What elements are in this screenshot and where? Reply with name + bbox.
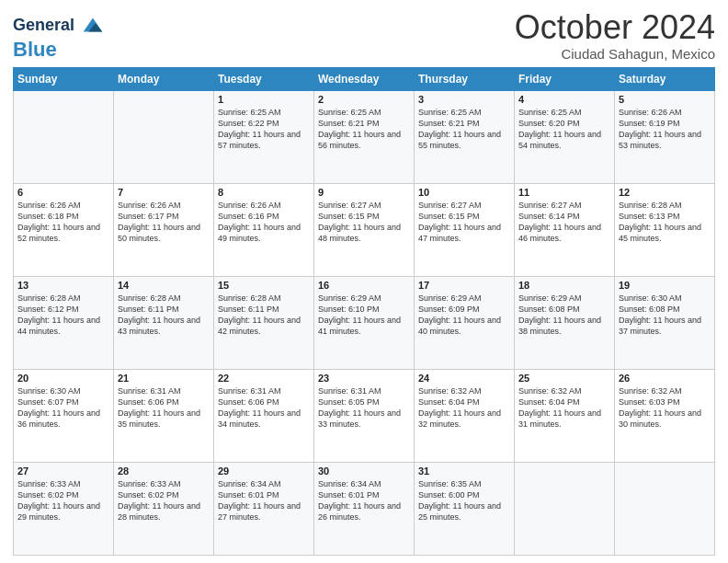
calendar-cell: 23Sunrise: 6:31 AMSunset: 6:05 PMDayligh… xyxy=(314,369,415,462)
calendar-cell: 30Sunrise: 6:34 AMSunset: 6:01 PMDayligh… xyxy=(314,462,415,555)
day-detail: Sunrise: 6:34 AMSunset: 6:01 PMDaylight:… xyxy=(218,478,310,523)
calendar-cell: 14Sunrise: 6:28 AMSunset: 6:11 PMDayligh… xyxy=(114,276,214,369)
calendar-cell: 17Sunrise: 6:29 AMSunset: 6:09 PMDayligh… xyxy=(415,276,515,369)
day-number: 21 xyxy=(118,373,210,384)
calendar-cell: 19Sunrise: 6:30 AMSunset: 6:08 PMDayligh… xyxy=(615,276,715,369)
calendar-cell: 12Sunrise: 6:28 AMSunset: 6:13 PMDayligh… xyxy=(615,183,715,276)
day-detail: Sunrise: 6:32 AMSunset: 6:03 PMDaylight:… xyxy=(619,385,711,431)
calendar-cell: 27Sunrise: 6:33 AMSunset: 6:02 PMDayligh… xyxy=(14,462,114,555)
calendar-header: SundayMondayTuesdayWednesdayThursdayFrid… xyxy=(14,67,715,90)
calendar-cell: 29Sunrise: 6:34 AMSunset: 6:01 PMDayligh… xyxy=(214,462,314,555)
day-detail: Sunrise: 6:28 AMSunset: 6:13 PMDaylight:… xyxy=(619,200,711,245)
calendar-cell: 6Sunrise: 6:26 AMSunset: 6:18 PMDaylight… xyxy=(14,183,114,276)
calendar-cell: 22Sunrise: 6:31 AMSunset: 6:06 PMDayligh… xyxy=(214,369,314,462)
day-detail: Sunrise: 6:31 AMSunset: 6:05 PMDaylight:… xyxy=(318,385,410,431)
day-detail: Sunrise: 6:27 AMSunset: 6:14 PMDaylight:… xyxy=(518,200,610,245)
logo-text-general: General xyxy=(13,17,74,35)
calendar-cell: 18Sunrise: 6:29 AMSunset: 6:08 PMDayligh… xyxy=(515,276,615,369)
calendar-week-4: 20Sunrise: 6:30 AMSunset: 6:07 PMDayligh… xyxy=(14,369,715,462)
weekday-header-saturday: Saturday xyxy=(615,67,715,90)
day-detail: Sunrise: 6:29 AMSunset: 6:10 PMDaylight:… xyxy=(318,293,410,338)
calendar-week-2: 6Sunrise: 6:26 AMSunset: 6:18 PMDaylight… xyxy=(14,183,715,276)
logo-text-blue: Blue xyxy=(13,38,57,61)
calendar-week-1: 1Sunrise: 6:25 AMSunset: 6:22 PMDaylight… xyxy=(14,90,715,183)
day-detail: Sunrise: 6:27 AMSunset: 6:15 PMDaylight:… xyxy=(418,200,510,245)
calendar-cell: 16Sunrise: 6:29 AMSunset: 6:10 PMDayligh… xyxy=(314,276,415,369)
main-container: General Blue October 2024 Ciudad Sahagun… xyxy=(0,0,728,563)
day-number: 6 xyxy=(17,187,109,198)
day-number: 9 xyxy=(318,187,410,198)
logo-icon xyxy=(80,13,106,39)
calendar-cell: 8Sunrise: 6:26 AMSunset: 6:16 PMDaylight… xyxy=(214,183,314,276)
calendar-cell: 25Sunrise: 6:32 AMSunset: 6:04 PMDayligh… xyxy=(515,369,615,462)
calendar-cell: 26Sunrise: 6:32 AMSunset: 6:03 PMDayligh… xyxy=(615,369,715,462)
day-number: 19 xyxy=(619,280,711,291)
day-number: 25 xyxy=(518,373,610,384)
month-title: October 2024 xyxy=(515,9,715,46)
day-detail: Sunrise: 6:31 AMSunset: 6:06 PMDaylight:… xyxy=(118,385,210,431)
day-number: 27 xyxy=(17,465,109,477)
day-number: 5 xyxy=(619,94,711,105)
day-number: 30 xyxy=(318,465,410,477)
day-detail: Sunrise: 6:26 AMSunset: 6:16 PMDaylight:… xyxy=(218,200,310,245)
day-detail: Sunrise: 6:31 AMSunset: 6:06 PMDaylight:… xyxy=(218,385,310,431)
day-number: 31 xyxy=(418,465,510,477)
calendar-cell: 10Sunrise: 6:27 AMSunset: 6:15 PMDayligh… xyxy=(415,183,515,276)
day-number: 29 xyxy=(218,465,310,477)
calendar-week-3: 13Sunrise: 6:28 AMSunset: 6:12 PMDayligh… xyxy=(14,276,715,369)
day-detail: Sunrise: 6:25 AMSunset: 6:21 PMDaylight:… xyxy=(318,107,410,152)
calendar-cell: 13Sunrise: 6:28 AMSunset: 6:12 PMDayligh… xyxy=(14,276,114,369)
day-detail: Sunrise: 6:26 AMSunset: 6:18 PMDaylight:… xyxy=(17,200,109,245)
day-detail: Sunrise: 6:25 AMSunset: 6:22 PMDaylight:… xyxy=(218,107,310,152)
day-detail: Sunrise: 6:35 AMSunset: 6:00 PMDaylight:… xyxy=(418,478,510,523)
day-detail: Sunrise: 6:26 AMSunset: 6:17 PMDaylight:… xyxy=(118,200,210,245)
calendar-table: SundayMondayTuesdayWednesdayThursdayFrid… xyxy=(13,67,715,556)
calendar-cell: 4Sunrise: 6:25 AMSunset: 6:20 PMDaylight… xyxy=(515,90,615,183)
day-number: 28 xyxy=(118,465,210,477)
day-detail: Sunrise: 6:30 AMSunset: 6:08 PMDaylight:… xyxy=(619,293,711,338)
calendar-cell: 3Sunrise: 6:25 AMSunset: 6:21 PMDaylight… xyxy=(415,90,515,183)
calendar-cell: 9Sunrise: 6:27 AMSunset: 6:15 PMDaylight… xyxy=(314,183,415,276)
day-number: 7 xyxy=(118,187,210,198)
day-detail: Sunrise: 6:34 AMSunset: 6:01 PMDaylight:… xyxy=(318,478,410,523)
calendar-cell: 24Sunrise: 6:32 AMSunset: 6:04 PMDayligh… xyxy=(415,369,515,462)
day-number: 3 xyxy=(418,94,510,105)
weekday-row: SundayMondayTuesdayWednesdayThursdayFrid… xyxy=(14,67,715,90)
day-number: 17 xyxy=(418,280,510,291)
day-detail: Sunrise: 6:30 AMSunset: 6:07 PMDaylight:… xyxy=(17,385,109,431)
calendar-body: 1Sunrise: 6:25 AMSunset: 6:22 PMDaylight… xyxy=(14,90,715,555)
day-number: 26 xyxy=(619,373,711,384)
day-number: 1 xyxy=(218,94,310,105)
calendar-cell: 28Sunrise: 6:33 AMSunset: 6:02 PMDayligh… xyxy=(114,462,214,555)
day-detail: Sunrise: 6:29 AMSunset: 6:08 PMDaylight:… xyxy=(518,293,610,338)
location: Ciudad Sahagun, Mexico xyxy=(515,46,715,62)
calendar-cell: 21Sunrise: 6:31 AMSunset: 6:06 PMDayligh… xyxy=(114,369,214,462)
calendar-cell: 31Sunrise: 6:35 AMSunset: 6:00 PMDayligh… xyxy=(415,462,515,555)
day-detail: Sunrise: 6:27 AMSunset: 6:15 PMDaylight:… xyxy=(318,200,410,245)
day-detail: Sunrise: 6:25 AMSunset: 6:21 PMDaylight:… xyxy=(418,107,510,152)
day-detail: Sunrise: 6:33 AMSunset: 6:02 PMDaylight:… xyxy=(118,478,210,523)
day-number: 24 xyxy=(418,373,510,384)
day-number: 16 xyxy=(318,280,410,291)
day-detail: Sunrise: 6:32 AMSunset: 6:04 PMDaylight:… xyxy=(518,385,610,431)
header: General Blue October 2024 Ciudad Sahagun… xyxy=(13,9,715,62)
weekday-header-wednesday: Wednesday xyxy=(314,67,415,90)
calendar-cell xyxy=(14,90,114,183)
weekday-header-tuesday: Tuesday xyxy=(214,67,314,90)
day-number: 18 xyxy=(518,280,610,291)
day-number: 11 xyxy=(518,187,610,198)
calendar-cell: 5Sunrise: 6:26 AMSunset: 6:19 PMDaylight… xyxy=(615,90,715,183)
title-block: October 2024 Ciudad Sahagun, Mexico xyxy=(515,9,715,62)
calendar-cell xyxy=(515,462,615,555)
day-number: 14 xyxy=(118,280,210,291)
calendar-cell: 1Sunrise: 6:25 AMSunset: 6:22 PMDaylight… xyxy=(214,90,314,183)
calendar-cell: 7Sunrise: 6:26 AMSunset: 6:17 PMDaylight… xyxy=(114,183,214,276)
calendar-cell: 20Sunrise: 6:30 AMSunset: 6:07 PMDayligh… xyxy=(14,369,114,462)
day-detail: Sunrise: 6:32 AMSunset: 6:04 PMDaylight:… xyxy=(418,385,510,431)
calendar-week-5: 27Sunrise: 6:33 AMSunset: 6:02 PMDayligh… xyxy=(14,462,715,555)
day-detail: Sunrise: 6:28 AMSunset: 6:11 PMDaylight:… xyxy=(118,293,210,338)
weekday-header-sunday: Sunday xyxy=(14,67,114,90)
day-number: 15 xyxy=(218,280,310,291)
calendar-cell xyxy=(114,90,214,183)
day-number: 20 xyxy=(17,373,109,384)
